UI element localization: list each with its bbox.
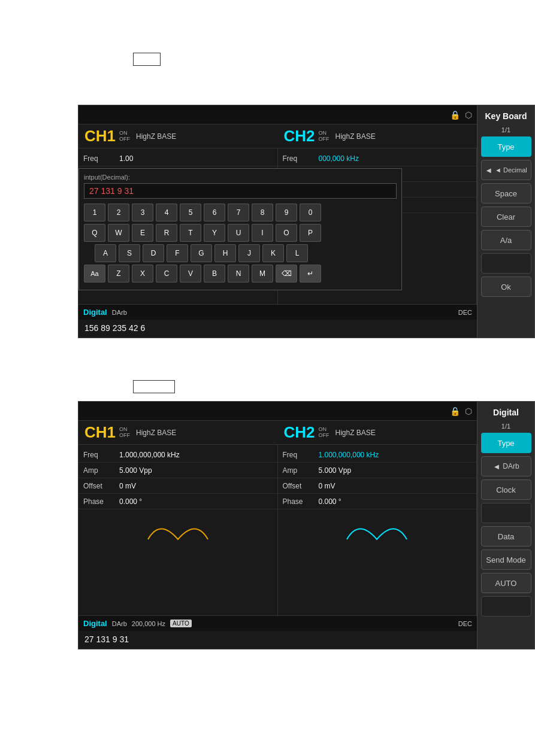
- darb-label: DArb: [503, 462, 519, 470]
- screen2-header: 🔒 ⬡: [78, 402, 477, 421]
- lock-icon-2: 🔒: [450, 406, 460, 416]
- kb-key-0[interactable]: 0: [300, 204, 321, 221]
- s2-rval-freq: 1.000,000,000 kHz: [319, 451, 472, 459]
- kb-key-7[interactable]: 7: [228, 204, 249, 221]
- sidebar1-space-btn[interactable]: Space: [481, 183, 531, 204]
- kb-key-8[interactable]: 8: [252, 204, 273, 221]
- ch1-label: CH1: [84, 127, 116, 145]
- kb-key-3[interactable]: 3: [132, 204, 153, 221]
- digital-bar-1: Digital DArb DEC: [78, 304, 477, 320]
- sidebar1-type-btn[interactable]: Type: [481, 136, 531, 157]
- kb-key-w[interactable]: W: [108, 224, 129, 242]
- sidebar1-page: 1/1: [501, 126, 510, 133]
- kb-key-h[interactable]: H: [214, 244, 236, 262]
- s2-name-amp: Amp: [83, 466, 119, 475]
- s2-rname-amp: Amp: [283, 466, 319, 475]
- param-col-right-2: Freq 1.000,000,000 kHz Amp 5.000 Vpp Off…: [278, 445, 477, 615]
- screen2-sidebar: Digital 1/1 Type ◄ DArb Clock Data Send …: [477, 402, 534, 649]
- kb-key-c[interactable]: C: [156, 265, 177, 283]
- kb-row-numbers: 1 2 3 4 5 6 7 8 9 0: [84, 204, 397, 221]
- sidebar2-clock-btn[interactable]: Clock: [481, 479, 531, 500]
- kb-key-q[interactable]: Q: [84, 224, 105, 242]
- waveform-area-left-2: [78, 509, 277, 551]
- s2-param-amp: Amp 5.000 Vpp: [78, 463, 277, 478]
- kb-key-k[interactable]: K: [262, 244, 284, 262]
- digital-mode-2: DArb: [112, 620, 127, 627]
- mid-label-box: [133, 380, 175, 393]
- kb-key-s[interactable]: S: [119, 244, 140, 262]
- kb-key-r[interactable]: R: [156, 224, 177, 242]
- ch2-off: OFF: [319, 136, 330, 142]
- sidebar2-sendmode-btn[interactable]: Send Mode: [481, 549, 531, 570]
- ch-row-2: CH1 ON OFF HighZ BASE CH2 ON OFF HighZ B…: [78, 421, 477, 445]
- digital-label-1: Digital: [83, 308, 107, 317]
- ch1-onoff: ON OFF: [119, 130, 130, 142]
- kb-key-l[interactable]: L: [286, 244, 308, 262]
- s2-name-freq: Freq: [83, 451, 119, 459]
- kb-key-o[interactable]: O: [276, 224, 297, 242]
- s2-rname-phase: Phase: [283, 497, 319, 506]
- waveform-area-right-2: [278, 509, 477, 551]
- kb-key-g[interactable]: G: [191, 244, 212, 262]
- kb-key-t[interactable]: T: [180, 224, 201, 242]
- kb-row-qwerty: Q W E R T Y U I O P: [84, 224, 397, 242]
- kb-key-e[interactable]: E: [132, 224, 153, 242]
- sidebar2-auto-btn[interactable]: AUTO: [481, 573, 531, 593]
- kb-key-u[interactable]: U: [228, 224, 249, 242]
- param-row-freq: Freq 1.00: [78, 151, 277, 166]
- sidebar1-clear-btn[interactable]: Clear: [481, 207, 531, 227]
- kb-key-x[interactable]: X: [132, 265, 153, 283]
- kb-key-backspace[interactable]: ⌫: [276, 265, 297, 283]
- kb-input-field[interactable]: 27 131 9 31: [84, 183, 397, 199]
- kb-key-p[interactable]: P: [300, 224, 321, 242]
- kb-key-n[interactable]: N: [228, 265, 249, 283]
- kb-key-b[interactable]: B: [204, 265, 225, 283]
- sidebar1-decimal-btn[interactable]: ◄ ◄ Decimal: [481, 160, 531, 180]
- s2-rval-amp: 5.000 Vpp: [319, 466, 472, 475]
- ch2-label: CH2: [284, 127, 315, 145]
- sidebar1-aa-btn[interactable]: A/a: [481, 230, 531, 250]
- sidebar2-type-btn[interactable]: Type: [481, 433, 531, 453]
- kb-key-2[interactable]: 2: [108, 204, 129, 221]
- sidebar2-darb-btn[interactable]: ◄ DArb: [481, 456, 531, 476]
- sidebar2-page: 1/1: [501, 423, 510, 430]
- ch2-mode: HighZ BASE: [335, 132, 376, 141]
- kb-key-5[interactable]: 5: [180, 204, 201, 221]
- sidebar2-data-btn[interactable]: Data: [481, 526, 531, 546]
- kb-key-a[interactable]: A: [95, 244, 116, 262]
- digital-label-2: Digital: [83, 619, 107, 628]
- kb-key-d[interactable]: D: [143, 244, 164, 262]
- ch1-onoff-2: ON OFF: [119, 427, 130, 439]
- kb-row-zxcv: Aa Z X C V B N M ⌫ ↵: [84, 265, 397, 283]
- ch1-off: OFF: [119, 136, 130, 142]
- kb-key-m[interactable]: M: [252, 265, 273, 283]
- kb-key-f[interactable]: F: [167, 244, 188, 262]
- s2-rname-freq: Freq: [283, 451, 319, 459]
- sidebar1-empty1: [481, 253, 531, 274]
- param-row-right-freq: Freq 000,000 kHz: [278, 151, 477, 166]
- digital-dec-1: DEC: [458, 309, 472, 316]
- ch2-off-2: OFF: [319, 433, 330, 439]
- ch2-onoff: ON OFF: [319, 130, 330, 142]
- kb-key-aa[interactable]: Aa: [84, 265, 105, 283]
- ch2-block-2: CH2 ON OFF HighZ BASE: [278, 421, 477, 444]
- kb-key-z[interactable]: Z: [108, 265, 129, 283]
- kb-key-j[interactable]: J: [238, 244, 260, 262]
- kb-key-i[interactable]: I: [252, 224, 273, 242]
- digital-bar-2: Digital DArb 200,000 Hz AUTO DEC: [78, 615, 477, 631]
- usb-icon: ⬡: [465, 110, 472, 120]
- kb-key-y[interactable]: Y: [204, 224, 225, 242]
- kb-input-label: intput(Decimal):: [84, 174, 397, 181]
- kb-key-6[interactable]: 6: [204, 204, 225, 221]
- kb-key-v[interactable]: V: [180, 265, 201, 283]
- kb-key-4[interactable]: 4: [156, 204, 177, 221]
- ch1-label-2: CH1: [84, 423, 116, 442]
- kb-key-1[interactable]: 1: [84, 204, 105, 221]
- decimal-label: ◄ Decimal: [495, 166, 527, 174]
- s2-rpar-amp: Amp 5.000 Vpp: [278, 463, 477, 478]
- kb-key-9[interactable]: 9: [276, 204, 297, 221]
- digital-auto-2[interactable]: AUTO: [170, 620, 192, 627]
- sidebar1-ok-btn[interactable]: Ok: [481, 277, 531, 297]
- kb-key-enter[interactable]: ↵: [300, 265, 321, 283]
- screen2: 🔒 ⬡ CH1 ON OFF HighZ BASE CH2 ON OFF Hig…: [78, 401, 535, 649]
